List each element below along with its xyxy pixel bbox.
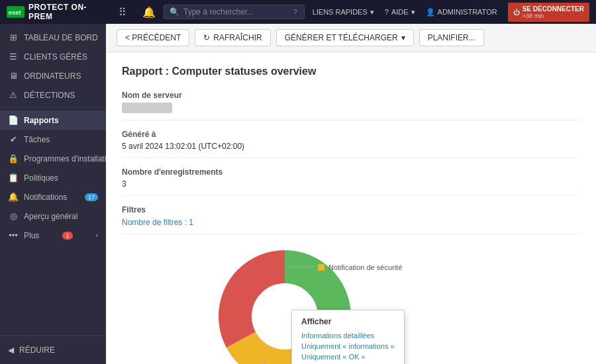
notifications-badge: 17: [85, 193, 98, 201]
topbar-nav: LIENS RAPIDES ▾ ? AIDE ▾ 👤 ADMINISTRATOR…: [313, 3, 589, 22]
aide-button[interactable]: ? AIDE ▾: [385, 8, 415, 17]
sidebar-item-politiques[interactable]: 📋 Politiques: [0, 168, 106, 187]
records-value: 3: [122, 179, 580, 189]
install-icon: 🔒: [8, 154, 19, 163]
clients-icon: ☰: [8, 52, 19, 62]
help-icon: ?: [385, 8, 389, 16]
sidebar-item-notifications[interactable]: 🔔 Notifications 17: [0, 187, 106, 206]
bell-button[interactable]: 🔔: [142, 6, 156, 19]
sidebar-item-programmes-installation[interactable]: 🔒 Programmes d'installation: [0, 149, 106, 168]
refresh-button[interactable]: ↻ RAFRAÎCHIR: [195, 29, 270, 46]
legend-dot-notification: [318, 264, 324, 271]
chevron-down-icon: ▾: [370, 8, 374, 17]
sidebar-item-apercu-general[interactable]: ◎ Aperçu général: [0, 206, 106, 226]
search-input[interactable]: [183, 7, 289, 17]
sidebar-bottom: ◀ RÉDUIRE: [0, 336, 106, 364]
plan-button[interactable]: PLANIFIER...: [419, 29, 484, 46]
filters-label: Filtres: [122, 205, 580, 214]
refresh-icon: ↻: [203, 33, 210, 42]
reports-icon: 📄: [8, 115, 19, 125]
sidebar-top: ⊞ TABLEAU DE BORD ☰ CLIENTS GÉRÉS 🖥 ORDI…: [0, 24, 106, 336]
tooltip-title: Afficher: [301, 317, 395, 326]
sidebar: ⊞ TABLEAU DE BORD ☰ CLIENTS GÉRÉS 🖥 ORDI…: [0, 24, 106, 364]
filters-field: Filtres Nombre de filtres : 1: [122, 205, 580, 234]
chart-tooltip: Afficher Informations détaillées Uniquem…: [291, 310, 405, 364]
sidebar-item-rapports[interactable]: 📄 Rapports: [0, 111, 106, 130]
server-name-field: Nom de serveur ████████: [122, 91, 580, 120]
reduce-icon: ◀: [8, 345, 14, 355]
user-icon: 👤: [426, 8, 435, 17]
filters-link[interactable]: Nombre de filtres : 1: [122, 218, 193, 227]
sidebar-item-ordinateurs[interactable]: 🖥 ORDINATEURS: [0, 66, 106, 85]
sidebar-divider-1: [0, 107, 106, 108]
tooltip-item-1[interactable]: Uniquement « informations »: [301, 341, 395, 351]
disconnect-button[interactable]: ⏻ SE DÉCONNECTER >38 min: [508, 3, 589, 22]
sidebar-reduce-button[interactable]: ◀ RÉDUIRE: [8, 341, 98, 359]
more-icon: •••: [8, 230, 19, 240]
grid-icon[interactable]: ⠿: [119, 6, 126, 19]
server-name-label: Nom de serveur: [122, 91, 580, 100]
tooltip-item-0[interactable]: Informations détaillées: [301, 330, 395, 341]
detections-icon: ⚠: [8, 90, 19, 100]
overview-icon: ◎: [8, 211, 19, 221]
legend-notification: Notification de sécurité: [318, 263, 402, 271]
content-area: < PRÉCÉDENT ↻ RAFRAÎCHIR GÉNÉRER ET TÉLÉ…: [106, 24, 596, 364]
records-field: Nombre d'enregistrements 3: [122, 167, 580, 196]
chevron-down-icon: ▾: [401, 33, 405, 42]
generated-field: Généré à 5 avril 2024 13:02:01 (UTC+02:0…: [122, 130, 580, 158]
notifications-icon: 🔔: [8, 192, 19, 202]
sidebar-item-taches[interactable]: ✔ Tâches: [0, 130, 106, 149]
dashboard-icon: ⊞: [8, 32, 19, 42]
chart-area: Notification de sécurité OK Risque relat…: [122, 244, 580, 364]
chart-container: Notification de sécurité OK Risque relat…: [185, 244, 517, 364]
search-box: 🔍 ?: [164, 5, 305, 19]
sidebar-item-plus[interactable]: ••• Plus 1 ›: [0, 226, 106, 245]
generated-value: 5 avril 2024 13:02:01 (UTC+02:00): [122, 142, 580, 151]
brand-label: PROTECT ON-PREM: [28, 3, 108, 21]
computers-icon: 🖥: [8, 71, 19, 81]
administrator-button[interactable]: 👤 ADMINISTRATOR: [426, 8, 497, 17]
generated-label: Généré à: [122, 130, 580, 139]
report-title: Rapport : Computer statuses overview: [122, 66, 580, 77]
prev-button[interactable]: < PRÉCÉDENT: [117, 29, 189, 46]
records-label: Nombre d'enregistrements: [122, 167, 580, 177]
topbar: eset PROTECT ON-PREM ⠿ 🔔 🔍 ? LIENS RAPID…: [0, 0, 596, 24]
svg-text:eset: eset: [9, 9, 22, 16]
chevron-down-icon: ▾: [411, 8, 415, 17]
logo-area: eset PROTECT ON-PREM: [7, 3, 108, 21]
toolbar: < PRÉCÉDENT ↻ RAFRAÎCHIR GÉNÉRER ET TÉLÉ…: [106, 24, 596, 52]
tooltip-item-2[interactable]: Uniquement « OK »: [301, 351, 395, 362]
plus-badge: 1: [62, 232, 72, 240]
sidebar-section-top: ⊞ TABLEAU DE BORD ☰ CLIENTS GÉRÉS 🖥 ORDI…: [0, 24, 106, 249]
tasks-icon: ✔: [8, 134, 19, 144]
liens-rapides-button[interactable]: LIENS RAPIDES ▾: [313, 8, 374, 17]
power-icon: ⏻: [513, 9, 520, 16]
sidebar-item-detections[interactable]: ⚠ DÉTECTIONS: [0, 85, 106, 105]
server-name-value: ████████: [122, 103, 172, 113]
sidebar-item-clients-geres[interactable]: ☰ CLIENTS GÉRÉS: [0, 47, 106, 66]
search-icon: 🔍: [170, 7, 179, 17]
eset-logo: eset: [7, 6, 25, 18]
sidebar-item-tableau-de-bord[interactable]: ⊞ TABLEAU DE BORD: [0, 28, 106, 47]
report-content: Rapport : Computer statuses overview Nom…: [106, 52, 596, 364]
policies-icon: 📋: [8, 173, 19, 183]
main-layout: ⊞ TABLEAU DE BORD ☰ CLIENTS GÉRÉS 🖥 ORDI…: [0, 24, 596, 364]
generate-button[interactable]: GÉNÉRER ET TÉLÉCHARGER ▾: [276, 29, 414, 46]
chevron-right-icon: ›: [96, 232, 98, 239]
search-help-icon: ?: [293, 9, 297, 16]
